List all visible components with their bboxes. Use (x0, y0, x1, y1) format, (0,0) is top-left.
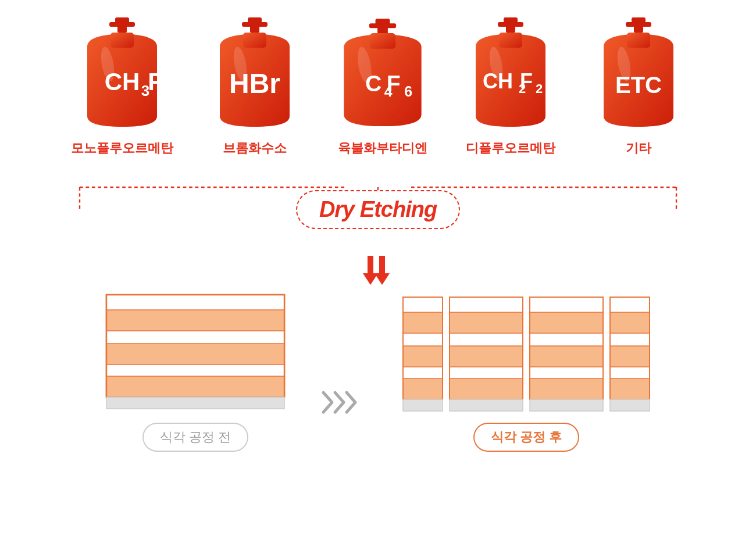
cylinder-hbr-icon: HBr (208, 17, 301, 134)
cylinder-hbr-label: 브롬화수소 (223, 140, 287, 157)
before-label: 식각 공정 전 (160, 430, 231, 444)
after-chip-2-svg (448, 296, 524, 412)
svg-rect-78 (450, 346, 523, 367)
svg-rect-47 (106, 295, 284, 310)
svg-text:C: C (365, 71, 381, 96)
block-before (105, 294, 286, 412)
svg-rect-51 (106, 365, 284, 376)
svg-rect-103 (610, 297, 650, 312)
block-before-svg (105, 294, 286, 410)
cylinder-hbr: HBr 브롬화수소 (208, 17, 301, 157)
svg-rect-49 (106, 331, 284, 344)
cylinder-etc-icon: ETC (592, 17, 685, 134)
svg-text:HBr: HBr (229, 68, 280, 99)
svg-rect-59 (106, 397, 284, 409)
cylinder-ch3f-icon: CH 3 F (76, 17, 169, 134)
cylinder-c4f6: C 4 F 6 육불화부타디엔 (336, 17, 429, 157)
cylinder-c4f6-label: 육불화부타디엔 (338, 140, 427, 157)
svg-text:F: F (148, 68, 163, 95)
svg-rect-77 (450, 333, 523, 346)
svg-rect-64 (403, 346, 443, 367)
dry-etching-label: Dry Etching (319, 197, 437, 222)
svg-rect-26 (499, 33, 522, 48)
svg-rect-61 (403, 297, 443, 312)
svg-rect-107 (610, 367, 650, 379)
svg-rect-34 (634, 26, 643, 33)
svg-rect-76 (450, 312, 523, 333)
svg-rect-73 (403, 399, 443, 411)
after-chip-1-svg (402, 296, 444, 412)
before-label-badge: 식각 공정 전 (142, 423, 248, 452)
svg-rect-66 (403, 379, 443, 399)
after-chip-4-svg (609, 296, 651, 412)
down-arrow-area (0, 256, 756, 288)
after-chip-3-svg (529, 296, 604, 412)
svg-text:F: F (520, 69, 533, 93)
svg-rect-2 (117, 26, 127, 33)
svg-rect-63 (403, 333, 443, 346)
svg-rect-52 (106, 376, 284, 397)
svg-rect-106 (610, 346, 650, 367)
cylinders-section: CH 3 F 모노플루오르메탄 HBr 브롬화수소 (0, 0, 756, 163)
cylinder-etc-label: 기타 (626, 140, 651, 157)
svg-text:2: 2 (536, 81, 543, 96)
svg-rect-79 (450, 367, 523, 379)
svg-rect-105 (610, 333, 650, 346)
connector-section: Dry Etching (47, 163, 709, 256)
svg-rect-93 (530, 367, 603, 379)
svg-rect-25 (506, 26, 515, 33)
cylinder-ch2f2: CH 2 F 2 디플루오르메탄 (464, 17, 557, 157)
cylinder-etc: ETC 기타 (592, 17, 685, 157)
svg-rect-75 (450, 297, 523, 312)
svg-rect-3 (110, 33, 134, 48)
svg-marker-44 (375, 256, 390, 285)
down-arrow-icon (361, 256, 395, 288)
svg-rect-101 (530, 399, 603, 411)
svg-marker-43 (363, 256, 378, 285)
svg-rect-50 (106, 344, 284, 365)
svg-text:F: F (387, 71, 401, 96)
svg-rect-87 (450, 399, 523, 411)
svg-rect-10 (250, 26, 259, 33)
cylinder-c4f6-icon: C 4 F 6 (336, 17, 429, 134)
svg-rect-65 (403, 367, 443, 379)
svg-rect-17 (370, 33, 395, 49)
svg-rect-104 (610, 312, 650, 333)
svg-text:6: 6 (404, 83, 412, 99)
svg-text:CH: CH (483, 69, 513, 93)
diagrams-section: 식각 공정 전 (0, 294, 756, 452)
svg-rect-16 (377, 27, 388, 34)
diagram-after: 식각 공정 후 (402, 296, 651, 452)
svg-rect-89 (530, 297, 603, 312)
diagram-before: 식각 공정 전 (105, 294, 286, 452)
svg-rect-108 (610, 379, 650, 399)
svg-rect-80 (450, 379, 523, 399)
svg-rect-35 (627, 33, 650, 48)
svg-rect-62 (403, 312, 443, 333)
cylinder-ch3f: CH 3 F 모노플루오르메탄 (71, 17, 173, 157)
after-label-badge: 식각 공정 후 (473, 423, 579, 452)
dry-etching-badge: Dry Etching (296, 190, 460, 229)
svg-rect-11 (243, 33, 266, 48)
after-label: 식각 공정 후 (491, 430, 562, 444)
svg-rect-115 (610, 399, 650, 411)
right-arrow-icon (320, 388, 367, 417)
after-blocks (402, 296, 651, 412)
svg-rect-91 (530, 333, 603, 346)
svg-rect-48 (106, 310, 284, 331)
svg-text:CH: CH (105, 68, 140, 95)
cylinder-ch3f-label: 모노플루오르메탄 (71, 140, 173, 157)
svg-text:ETC: ETC (615, 72, 662, 98)
cylinder-ch2f2-icon: CH 2 F 2 (464, 17, 557, 134)
svg-rect-90 (530, 312, 603, 333)
svg-rect-94 (530, 379, 603, 399)
cylinder-ch2f2-label: 디플루오르메탄 (466, 140, 555, 157)
right-arrow-area (320, 388, 367, 452)
svg-rect-92 (530, 346, 603, 367)
